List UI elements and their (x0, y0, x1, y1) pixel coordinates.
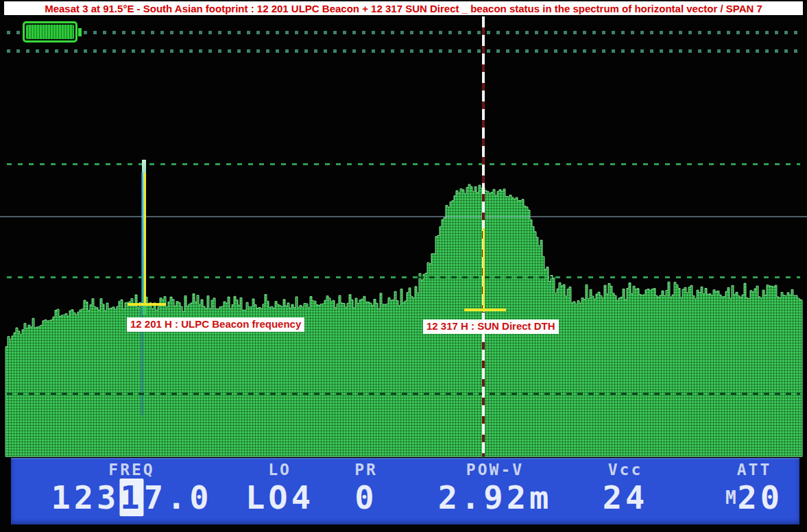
marker-bar-beacon (128, 303, 166, 306)
status-field-label: LO (245, 461, 314, 478)
status-value-lo: LO4 (245, 480, 314, 516)
status-value-vcc: 24 (603, 480, 649, 516)
gridline-hump-overlay (418, 276, 552, 278)
status-field-pr: PR 0 (354, 461, 378, 516)
beacon-annotation-text: 12 201 H : ULPC Beacon frequency (130, 318, 301, 330)
reference-level-line (0, 216, 807, 217)
status-field-att: ATT M20 (725, 461, 783, 516)
status-value-freq[interactable]: 12317.0 (51, 480, 212, 516)
sundirect-annotation-label: 12 317 H : SUN Direct DTH (423, 319, 559, 334)
beacon-annotation-label: 12 201 H : ULPC Beacon frequency (127, 317, 304, 332)
status-bar: FREQ 12317.0 LO LO4 PR 0 POW-V 2.92m Vcc… (11, 458, 799, 524)
status-field-pow-v: POW-V 2.92m (438, 461, 552, 516)
status-value-pow-v: 2.92m (438, 480, 552, 516)
gridline-y573 (7, 393, 800, 395)
marker-line-sundirect[interactable] (483, 228, 485, 312)
marker-bar-sundirect (464, 309, 506, 311)
status-field-label: PR (354, 461, 378, 478)
status-field-freq: FREQ 12317.0 (51, 461, 212, 516)
marker-line-beacon[interactable] (144, 173, 146, 306)
title-bar: Measat 3 at 91.5°E - South Asian footpri… (4, 1, 803, 15)
spectrum-analyzer-screen: Measat 3 at 91.5°E - South Asian footpri… (0, 0, 807, 532)
status-field-lo: LO LO4 (245, 461, 314, 516)
status-field-label: ATT (725, 461, 783, 478)
status-value-att: M20 (725, 480, 783, 516)
page-title: Measat 3 at 91.5°E - South Asian footpri… (45, 3, 762, 14)
status-field-label: Vcc (603, 461, 649, 478)
status-field-vcc: Vcc 24 (603, 461, 649, 516)
spectrum-area (5, 184, 802, 457)
status-value-pr: 0 (354, 480, 378, 516)
status-field-label: FREQ (51, 461, 212, 478)
sundirect-annotation-text: 12 317 H : SUN Direct DTH (426, 320, 555, 332)
spectrum-svg (0, 0, 807, 532)
status-field-label: POW-V (438, 461, 552, 478)
